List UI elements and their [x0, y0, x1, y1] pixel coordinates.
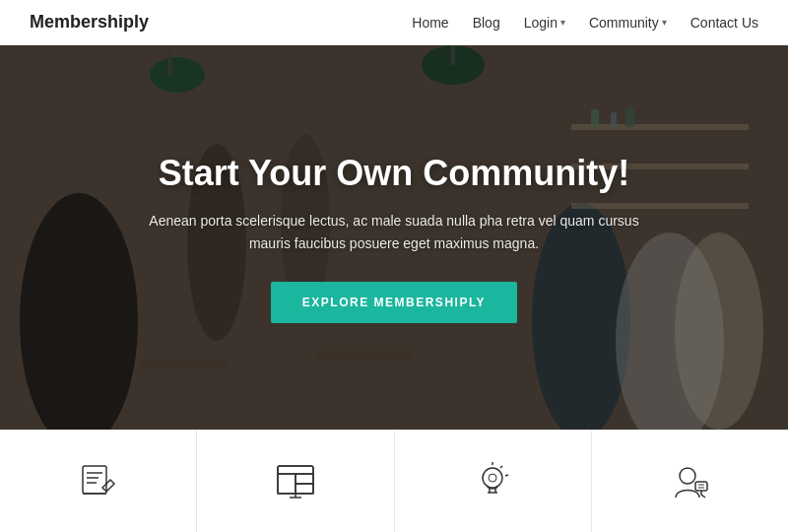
- site-logo[interactable]: Membershiply: [30, 12, 149, 33]
- feature-item-3: [395, 431, 592, 532]
- svg-point-41: [680, 468, 695, 484]
- nav-blog[interactable]: Blog: [473, 15, 500, 31]
- svg-line-36: [505, 475, 508, 476]
- edit-design-icon: [73, 456, 124, 507]
- svg-rect-21: [83, 466, 106, 494]
- hero-content: Start Your Own Community! Aenean porta s…: [98, 152, 690, 323]
- hero-title: Start Your Own Community!: [138, 152, 650, 194]
- dashboard-icon: [270, 456, 321, 507]
- svg-rect-30: [296, 484, 313, 494]
- features-section: [0, 430, 788, 532]
- feature-item-4: [592, 431, 788, 532]
- explore-button[interactable]: EXPLORE MEMBERSHIPLY: [271, 282, 517, 323]
- svg-rect-28: [278, 474, 296, 494]
- svg-rect-27: [278, 466, 313, 474]
- svg-point-40: [489, 474, 496, 482]
- site-header: Membershiply Home Blog Login ▾ Community…: [0, 0, 788, 45]
- feature-item-1: [0, 431, 197, 532]
- nav-login[interactable]: Login ▾: [524, 15, 565, 31]
- hero-subtitle: Aenean porta scelerisque lectus, ac male…: [138, 210, 650, 254]
- nav-community[interactable]: Community ▾: [589, 15, 667, 31]
- svg-rect-42: [695, 482, 707, 491]
- main-nav: Home Blog Login ▾ Community ▾ Contact Us: [412, 15, 758, 31]
- chevron-down-icon: ▾: [662, 17, 667, 28]
- nav-contact[interactable]: Contact Us: [690, 15, 758, 31]
- feature-item-2: [197, 431, 394, 532]
- brain-idea-icon: [467, 456, 518, 507]
- svg-rect-29: [296, 474, 313, 484]
- support-icon: [664, 456, 715, 507]
- svg-line-35: [500, 466, 502, 468]
- chevron-down-icon: ▾: [560, 17, 565, 28]
- nav-home[interactable]: Home: [412, 15, 448, 31]
- hero-section: Start Your Own Community! Aenean porta s…: [0, 45, 788, 430]
- svg-point-33: [483, 468, 502, 488]
